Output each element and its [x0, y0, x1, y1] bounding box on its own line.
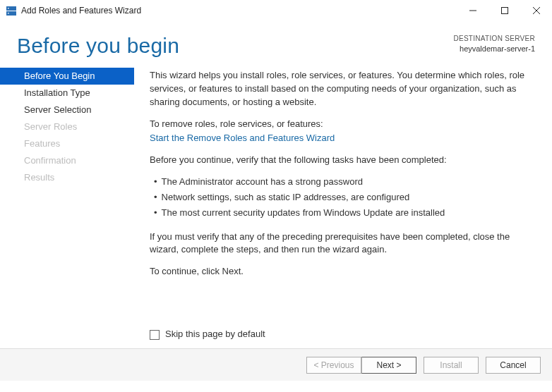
window-title: Add Roles and Features Wizard [21, 6, 141, 16]
list-item: The Administrator account has a strong p… [154, 176, 535, 189]
remove-prefix: To remove roles, role services, or featu… [150, 118, 535, 131]
sidebar-item-results: Results [0, 169, 134, 186]
prerequisite-list: The Administrator account has a strong p… [154, 176, 535, 222]
svg-rect-3 [8, 13, 9, 14]
server-manager-icon [6, 5, 17, 16]
previous-button: < Previous [306, 357, 361, 374]
svg-rect-5 [501, 8, 508, 14]
verify-intro: Before you continue, verify that the fol… [150, 154, 535, 167]
intro-paragraph: This wizard helps you install roles, rol… [150, 69, 535, 109]
skip-checkbox-label: Skip this page by default [165, 328, 265, 341]
skip-checkbox[interactable] [150, 330, 160, 340]
next-button[interactable]: Next > [361, 357, 416, 374]
page-title: Before you begin [17, 34, 179, 58]
sidebar-item-installation-type[interactable]: Installation Type [0, 85, 134, 102]
sidebar-item-server-roles: Server Roles [0, 118, 134, 135]
destination-server-value: heyvaldemar-server-1 [453, 44, 535, 54]
wizard-header: Before you begin DESTINATION SERVER heyv… [0, 21, 552, 68]
wizard-sidebar: Before You BeginInstallation TypeServer … [0, 68, 134, 348]
list-item: The most current security updates from W… [154, 207, 535, 220]
sidebar-item-server-selection[interactable]: Server Selection [0, 102, 134, 118]
wizard-footer: < Previous Next > Install Cancel [0, 348, 552, 381]
destination-server-label: DESTINATION SERVER [453, 34, 535, 44]
remove-roles-link[interactable]: Start the Remove Roles and Features Wiza… [150, 133, 335, 143]
wizard-content: This wizard helps you install roles, rol… [134, 68, 552, 348]
verify-outro: If you must verify that any of the prece… [150, 231, 535, 257]
sidebar-item-confirmation: Confirmation [0, 152, 134, 169]
svg-rect-2 [8, 8, 9, 9]
sidebar-item-before-you-begin[interactable]: Before You Begin [0, 68, 134, 85]
destination-server-block: DESTINATION SERVER heyvaldemar-server-1 [453, 34, 535, 54]
list-item: Network settings, such as static IP addr… [154, 191, 535, 204]
sidebar-item-features: Features [0, 135, 134, 152]
continue-text: To continue, click Next. [150, 265, 535, 278]
cancel-button[interactable]: Cancel [486, 357, 541, 374]
close-button[interactable] [520, 0, 552, 21]
maximize-button[interactable] [488, 0, 520, 21]
titlebar: Add Roles and Features Wizard [0, 0, 552, 21]
minimize-button[interactable] [457, 0, 488, 21]
install-button: Install [424, 357, 479, 374]
